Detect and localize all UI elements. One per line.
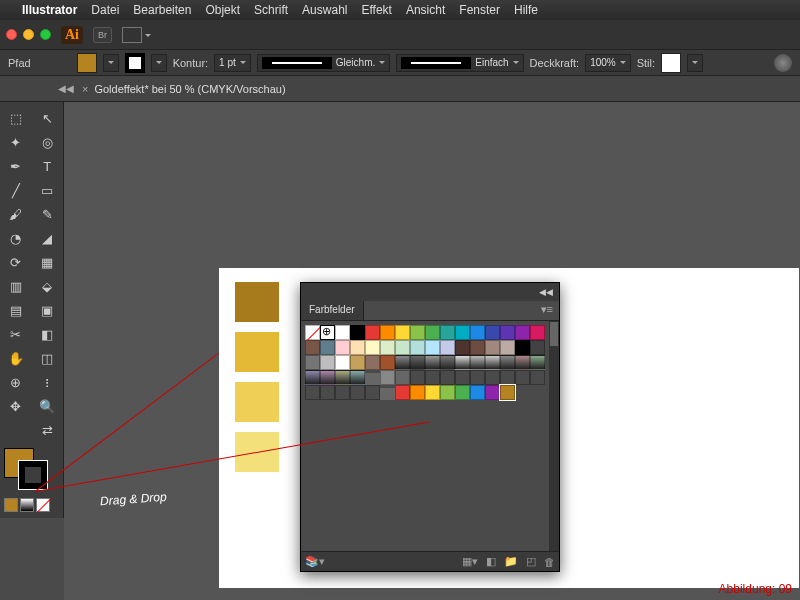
swatch[interactable] [470, 385, 485, 400]
gradient-mode[interactable] [20, 498, 34, 512]
menu-hilfe[interactable]: Hilfe [514, 3, 538, 17]
swatch[interactable] [335, 340, 350, 355]
swatch[interactable] [305, 355, 320, 370]
swatch[interactable] [380, 355, 395, 370]
swatch[interactable] [530, 355, 545, 370]
panel-header[interactable]: ◀◀ [301, 283, 559, 301]
paintbrush-tool[interactable]: 🖌 [2, 203, 30, 225]
swatch[interactable] [320, 340, 335, 355]
pen-tool[interactable]: ✒ [2, 155, 30, 177]
swatch[interactable] [485, 370, 500, 385]
swatch[interactable] [425, 355, 440, 370]
swatch[interactable] [365, 340, 380, 355]
lasso-tool[interactable]: ◎ [34, 131, 62, 153]
swatch[interactable] [515, 355, 530, 370]
swatch[interactable] [470, 355, 485, 370]
rotate-tool[interactable]: ⟳ [2, 251, 30, 273]
swatch[interactable] [380, 340, 395, 355]
swatch[interactable] [335, 325, 350, 340]
mesh-tool[interactable]: ✂ [2, 323, 30, 345]
swatch[interactable] [500, 340, 515, 355]
swatch[interactable] [470, 340, 485, 355]
symbol-sprayer-tool[interactable]: ⊕ [2, 371, 30, 393]
swatch[interactable] [350, 385, 365, 400]
menu-ansicht[interactable]: Ansicht [406, 3, 445, 17]
menu-bearbeiten[interactable]: Bearbeiten [133, 3, 191, 17]
scale-tool[interactable]: ▦ [34, 251, 62, 273]
graph-tool[interactable]: ⫶ [34, 371, 62, 393]
swatch[interactable] [395, 355, 410, 370]
bridge-button[interactable]: Br [93, 27, 112, 43]
swatch[interactable] [350, 340, 365, 355]
hand-tool[interactable] [2, 419, 30, 441]
magic-wand-tool[interactable]: ✦ [2, 131, 30, 153]
swatch[interactable] [320, 385, 335, 400]
swatch[interactable] [320, 370, 335, 385]
brush-definition[interactable]: Einfach [396, 54, 523, 72]
collapse-panels-icon[interactable]: ◀◀ [58, 83, 68, 94]
swatch[interactable] [335, 370, 350, 385]
swatch[interactable] [455, 355, 470, 370]
line-tool[interactable]: ╱ [2, 179, 30, 201]
swatch[interactable] [425, 325, 440, 340]
swatch[interactable] [500, 355, 515, 370]
swatch[interactable] [425, 370, 440, 385]
minimize-button[interactable] [23, 29, 34, 40]
color-group-folder-icon[interactable] [365, 373, 380, 385]
none-mode[interactable] [36, 498, 50, 512]
menu-objekt[interactable]: Objekt [205, 3, 240, 17]
blend-tool[interactable]: ◫ [34, 347, 62, 369]
swatch[interactable] [425, 385, 440, 400]
swatch[interactable] [305, 385, 320, 400]
rectangle-tool[interactable]: ▭ [34, 179, 62, 201]
swatch[interactable] [485, 385, 500, 400]
pencil-tool[interactable]: ✎ [34, 203, 62, 225]
swatch[interactable] [425, 340, 440, 355]
stroke-weight-input[interactable]: 1 pt [214, 54, 251, 72]
show-swatch-kinds-icon[interactable]: ▦▾ [462, 555, 478, 568]
eyedropper-tool[interactable]: ✋ [2, 347, 30, 369]
swatch[interactable] [410, 370, 425, 385]
gold-sample-3[interactable] [235, 382, 279, 422]
swatch[interactable] [440, 385, 455, 400]
perspective-tool[interactable]: ▣ [34, 299, 62, 321]
variable-width-profile[interactable]: Gleichm. [257, 54, 390, 72]
swatch[interactable] [500, 325, 515, 340]
artboard-tool[interactable]: ✥ [2, 395, 30, 417]
swatch[interactable] [470, 370, 485, 385]
swatch[interactable] [530, 340, 545, 355]
swatch[interactable] [350, 370, 365, 385]
panel-scrollbar[interactable] [549, 321, 559, 551]
color-group-folder-icon[interactable] [380, 388, 395, 400]
maximize-button[interactable] [40, 29, 51, 40]
swatch[interactable] [455, 370, 470, 385]
menu-schrift[interactable]: Schrift [254, 3, 288, 17]
swatch[interactable] [515, 370, 530, 385]
color-mode[interactable] [4, 498, 18, 512]
swatch[interactable] [455, 325, 470, 340]
swatch[interactable] [455, 385, 470, 400]
menu-auswahl[interactable]: Auswahl [302, 3, 347, 17]
swatch[interactable] [395, 340, 410, 355]
app-menu[interactable]: Illustrator [22, 3, 77, 17]
fill-swatch[interactable] [77, 53, 97, 73]
gradient-tool[interactable]: ◧ [34, 323, 62, 345]
swatch[interactable] [410, 325, 425, 340]
swatch[interactable] [410, 355, 425, 370]
menu-effekt[interactable]: Effekt [361, 3, 391, 17]
swatches-tab[interactable]: Farbfelder [301, 301, 364, 320]
swatch[interactable] [320, 355, 335, 370]
eraser-tool[interactable]: ◢ [34, 227, 62, 249]
swatch[interactable] [530, 370, 545, 385]
zoom-tool[interactable]: ⇄ [34, 419, 62, 441]
swatch[interactable] [440, 370, 455, 385]
menu-datei[interactable]: Datei [91, 3, 119, 17]
swatch[interactable] [395, 385, 410, 400]
swatch[interactable] [365, 385, 380, 400]
new-swatch-icon[interactable]: ◰ [526, 555, 536, 568]
swatch[interactable] [335, 385, 350, 400]
swatch[interactable] [320, 325, 335, 340]
swatch[interactable] [380, 325, 395, 340]
panel-menu-icon[interactable]: ▾≡ [535, 301, 559, 320]
free-transform-tool[interactable]: ⬙ [34, 275, 62, 297]
